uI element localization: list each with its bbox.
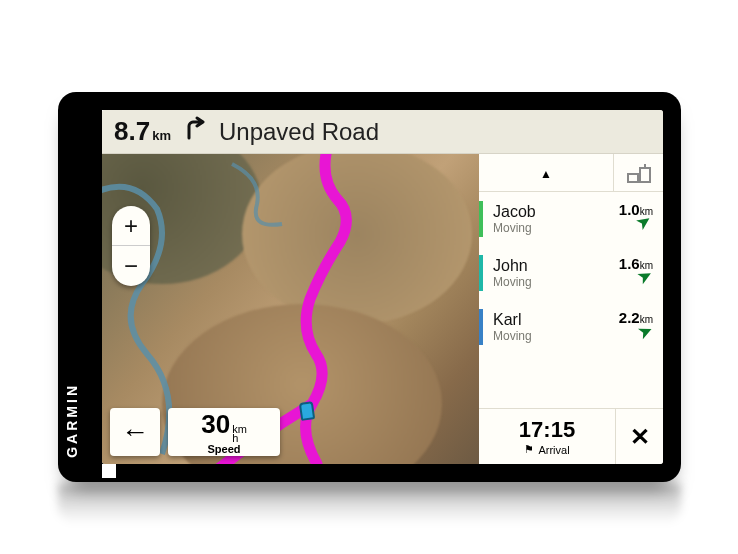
arrival-time: 17:15 <box>519 417 575 443</box>
arrival-panel[interactable]: 17:15 ⚑Arrival <box>479 417 615 456</box>
zoom-out-button[interactable]: − <box>112 246 150 286</box>
rider-list: JacobMoving1.0km➤JohnMoving1.6km➤KarlMov… <box>479 192 663 408</box>
side-panel: ▲ JacobMoving1.0km➤JohnMoving1.6km➤KarlM… <box>479 154 663 464</box>
street-name: Unpaved Road <box>219 118 379 146</box>
rider-status: Moving <box>493 329 619 343</box>
turn-right-icon <box>183 116 207 147</box>
map-view[interactable]: + − ← 30 kmh Speed <box>102 154 479 464</box>
arrow-left-icon: ← <box>121 416 149 448</box>
rider-color-bar <box>479 309 483 345</box>
back-button[interactable]: ← <box>110 408 160 456</box>
brand-label: GARMIN <box>64 383 80 458</box>
zoom-controls: + − <box>112 206 150 286</box>
rider-name: John <box>493 257 619 275</box>
speed-panel[interactable]: 30 kmh Speed <box>168 408 280 456</box>
gps-device: GARMIN 8.7 km Unpaved Road <box>58 92 681 482</box>
rider-item[interactable]: KarlMoving2.2km➤ <box>479 300 663 354</box>
svg-rect-0 <box>628 174 638 182</box>
rider-status: Moving <box>493 275 619 289</box>
view-mode-button[interactable] <box>613 154 663 191</box>
chevron-up-icon: ▲ <box>540 167 552 181</box>
rider-color-bar <box>479 201 483 237</box>
zoom-in-button[interactable]: + <box>112 206 150 246</box>
group-ride-icon <box>626 162 652 184</box>
speed-label: Speed <box>207 443 240 455</box>
rider-name: Jacob <box>493 203 619 221</box>
navigation-bar[interactable]: 8.7 km Unpaved Road <box>102 110 663 154</box>
svg-rect-1 <box>640 168 650 182</box>
arrival-label: Arrival <box>538 444 569 456</box>
rider-item[interactable]: JohnMoving1.6km➤ <box>479 246 663 300</box>
flag-icon: ⚑ <box>524 443 534 456</box>
next-turn-distance: 8.7 km <box>114 116 171 147</box>
rider-status: Moving <box>493 221 619 235</box>
close-icon: ✕ <box>630 423 650 451</box>
speed-value: 30 <box>201 409 230 440</box>
rider-color-bar <box>479 255 483 291</box>
scroll-up-button[interactable]: ▲ <box>479 162 613 183</box>
screen: 8.7 km Unpaved Road <box>102 110 663 464</box>
rider-name: Karl <box>493 311 619 329</box>
vehicle-marker-icon <box>299 401 315 421</box>
rider-item[interactable]: JacobMoving1.0km➤ <box>479 192 663 246</box>
close-button[interactable]: ✕ <box>615 409 663 464</box>
